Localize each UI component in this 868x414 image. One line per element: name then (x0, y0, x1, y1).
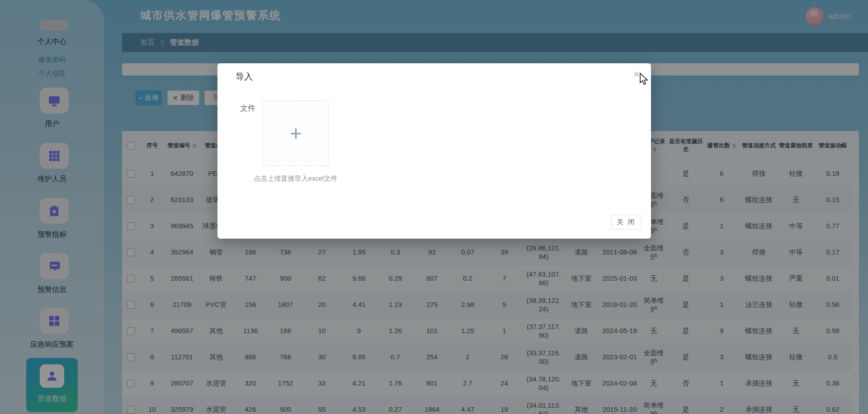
app-window: { "app": { "title": "城市供水管网爆管预警系统", "use… (0, 0, 868, 414)
file-upload-dropzone[interactable]: + (263, 100, 329, 166)
dialog-title: 导入 (236, 71, 253, 83)
upload-plus-icon: + (290, 123, 302, 144)
import-dialog: 导入 ✕ 文件 + 点击上传直接导入excel文件 关 闭 (217, 63, 651, 239)
upload-hint: 点击上传直接导入excel文件 (228, 174, 363, 183)
close-button[interactable]: 关 闭 (611, 215, 642, 230)
file-field-label: 文件 (235, 103, 255, 113)
mouse-cursor (639, 73, 651, 86)
